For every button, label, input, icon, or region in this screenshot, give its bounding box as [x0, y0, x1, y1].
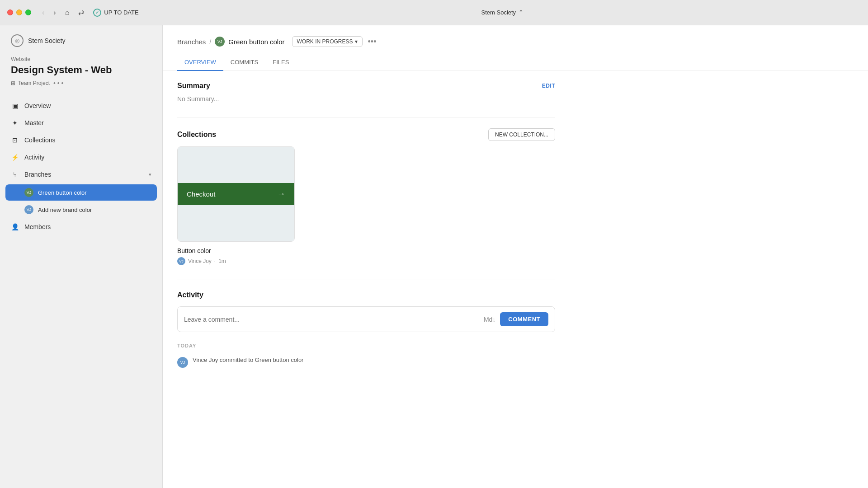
branches-icon: ⑂: [11, 170, 19, 178]
sidebar-item-label: Overview: [24, 102, 151, 109]
chevron-down-icon: ▾: [149, 172, 151, 178]
activity-section: Activity Md↓ COMMENT TODAY VJ Vince Joy …: [177, 291, 555, 371]
comment-input-row: Md↓ COMMENT: [177, 306, 555, 332]
sidebar-brand: ◎ Stem Society: [0, 34, 162, 56]
branch-item-green-button-color[interactable]: VJ Green button color: [5, 184, 157, 201]
arrow-icon: →: [277, 189, 285, 199]
collection-card[interactable]: Checkout →: [177, 146, 295, 242]
wip-badge-label: WORK IN PROGRESS: [297, 38, 353, 45]
sidebar-item-label: Collections: [24, 136, 151, 144]
close-button[interactable]: [7, 9, 13, 15]
time-sep: ·: [214, 258, 216, 264]
markdown-icon[interactable]: Md↓: [484, 316, 495, 323]
titlebar: ‹ › ⌂ ⇄ ✓ UP TO DATE Stem Society ⌃: [0, 0, 868, 25]
sidebar-item-members[interactable]: 👤 Members: [5, 219, 157, 235]
sync-status: ✓ UP TO DATE: [93, 9, 138, 17]
sidebar-item-label: Branches: [24, 171, 143, 178]
collection-card-top: [178, 147, 294, 183]
sidebar-project: Website Design System - Web ⊞ Team Proje…: [0, 56, 162, 98]
branch-page-avatar: VJ: [215, 37, 225, 47]
branch-item-label: Add new brand color: [38, 206, 92, 213]
master-icon: ✦: [11, 119, 19, 127]
page-tabs: OVERVIEW COMMITS FILES: [177, 54, 854, 70]
collection-meta: Button color VJ Vince Joy · 1m: [177, 247, 555, 265]
branches-submenu: VJ Green button color VJ Add new brand c…: [5, 184, 157, 218]
activity-title: Activity: [177, 291, 555, 299]
sidebar-item-collections[interactable]: ⊡ Collections: [5, 132, 157, 148]
home-button[interactable]: ⌂: [63, 7, 71, 19]
comment-input[interactable]: [184, 316, 479, 323]
collections-header: Collections NEW COLLECTION...: [177, 128, 555, 141]
page-title: Green button color: [228, 38, 284, 46]
sidebar-item-activity[interactable]: ⚡ Activity: [5, 149, 157, 165]
sync-status-label: UP TO DATE: [104, 9, 138, 16]
brand-icon: ◎: [11, 34, 24, 47]
app-body: ◎ Stem Society Website Design System - W…: [0, 25, 868, 488]
main-content: Branches / VJ Green button color WORK IN…: [163, 25, 868, 488]
breadcrumb-parent-link[interactable]: Branches: [177, 38, 206, 46]
workspace-selector[interactable]: Stem Society ⌃: [481, 9, 524, 16]
project-context: Website: [11, 56, 151, 62]
breadcrumb: Branches / VJ Green button color WORK IN…: [177, 36, 854, 47]
tab-files[interactable]: FILES: [265, 54, 296, 71]
sync-button[interactable]: ⇄: [76, 6, 86, 19]
author-name: Vince Joy: [188, 258, 212, 264]
wip-chevron-icon: ▾: [355, 38, 358, 45]
back-button[interactable]: ‹: [40, 7, 46, 19]
team-icon: ⊞: [11, 80, 15, 86]
activity-text: Vince Joy committed to Green button colo…: [193, 357, 303, 363]
forward-button[interactable]: ›: [52, 7, 57, 19]
sidebar-item-label: Members: [24, 223, 151, 230]
collection-name: Button color: [177, 247, 555, 254]
collections-section: Collections NEW COLLECTION... Checkout →…: [177, 128, 555, 265]
project-meta: ⊞ Team Project • • •: [11, 80, 151, 87]
branch-item-label: Green button color: [38, 189, 87, 196]
sidebar: ◎ Stem Society Website Design System - W…: [0, 25, 163, 488]
sidebar-nav: ▣ Overview ✦ Master ⊡ Collections ⚡ Acti…: [0, 98, 162, 235]
breadcrumb-separator: /: [209, 38, 211, 45]
sidebar-item-label: Activity: [24, 154, 151, 161]
wip-badge[interactable]: WORK IN PROGRESS ▾: [292, 36, 363, 47]
titlebar-center: Stem Society ⌃: [144, 9, 861, 16]
branch-avatar: VJ: [24, 205, 33, 214]
divider-2: [177, 280, 555, 280]
branch-item-add-brand-color[interactable]: VJ Add new brand color: [5, 202, 157, 218]
comment-button[interactable]: COMMENT: [500, 312, 548, 326]
new-collection-button[interactable]: NEW COLLECTION...: [488, 128, 555, 141]
team-project-label: Team Project: [18, 80, 50, 86]
tab-commits[interactable]: COMMITS: [223, 54, 265, 71]
activity-item: VJ Vince Joy committed to Green button c…: [177, 354, 555, 371]
breadcrumb-current: VJ Green button color: [215, 37, 284, 47]
workspace-chevron-icon: ⌃: [519, 9, 524, 16]
tab-overview[interactable]: OVERVIEW: [177, 54, 223, 71]
sidebar-item-master[interactable]: ✦ Master: [5, 115, 157, 131]
page-more-button[interactable]: •••: [366, 37, 378, 47]
activity-avatar: VJ: [177, 357, 188, 368]
collection-card-bottom: [178, 205, 294, 241]
summary-header: Summary EDIT: [177, 82, 555, 90]
branch-avatar: VJ: [24, 188, 33, 197]
sidebar-item-overview[interactable]: ▣ Overview: [5, 98, 157, 114]
minimize-button[interactable]: [16, 9, 22, 15]
collection-time: 1m: [218, 258, 226, 264]
traffic-lights: [7, 9, 31, 15]
members-icon: 👤: [11, 223, 19, 231]
sidebar-item-branches[interactable]: ⑂ Branches ▾: [5, 166, 157, 183]
edit-summary-button[interactable]: EDIT: [542, 83, 555, 89]
project-more-button[interactable]: • • •: [52, 80, 64, 87]
summary-text: No Summary...: [177, 95, 555, 103]
checkout-label: Checkout: [187, 190, 215, 198]
summary-section: Summary EDIT No Summary...: [177, 82, 555, 103]
divider: [177, 117, 555, 117]
activity-icon: ⚡: [11, 153, 19, 161]
author-avatar: VJ: [177, 257, 185, 265]
collection-author: VJ Vince Joy · 1m: [177, 257, 555, 265]
fullscreen-button[interactable]: [25, 9, 31, 15]
collection-card-preview: Checkout →: [178, 183, 294, 205]
summary-title: Summary: [177, 82, 210, 90]
workspace-name: Stem Society: [481, 9, 516, 16]
sidebar-item-label: Master: [24, 119, 151, 127]
page-header: Branches / VJ Green button color WORK IN…: [163, 25, 868, 71]
brand-name: Stem Society: [28, 37, 65, 44]
project-title: Design System - Web: [11, 64, 151, 76]
